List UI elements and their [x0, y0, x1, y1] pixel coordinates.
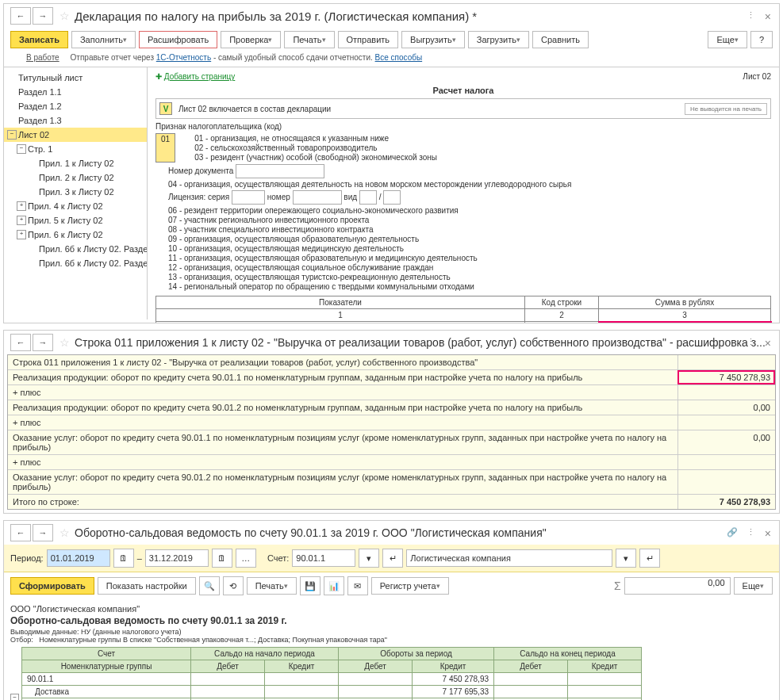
- register-button[interactable]: Регистр учета: [371, 577, 449, 595]
- upload-button[interactable]: Выгрузить: [401, 31, 465, 48]
- calendar-icon[interactable]: 🗓: [212, 549, 232, 568]
- breakdown-value-1[interactable]: 7 450 278,93: [677, 370, 775, 384]
- more-icon[interactable]: ⋮: [747, 527, 755, 537]
- tree-item[interactable]: Раздел 1.2: [4, 99, 147, 113]
- close-icon[interactable]: ×: [765, 10, 771, 23]
- period-picker-button[interactable]: …: [236, 549, 256, 568]
- account-open-button[interactable]: ↵: [382, 549, 403, 568]
- more-icon[interactable]: ⋮: [747, 337, 755, 347]
- osv-table[interactable]: Счет Сальдо на начало периода Обороты за…: [21, 647, 642, 700]
- collapse-icon[interactable]: −: [17, 144, 26, 154]
- link-icon[interactable]: 🔗: [727, 527, 738, 537]
- tree-item[interactable]: Раздел 1.3: [4, 113, 147, 128]
- more-button[interactable]: Еще: [734, 577, 773, 595]
- code-field[interactable]: 01: [155, 133, 175, 163]
- tree-item[interactable]: +Прил. 6 к Листу 02: [4, 228, 147, 242]
- lic-number-field[interactable]: [293, 190, 342, 205]
- favorite-icon[interactable]: ☆: [59, 336, 70, 349]
- chart-icon[interactable]: 📊: [324, 576, 344, 595]
- include-checkbox[interactable]: V: [159, 102, 172, 115]
- sheet-label: Лист 02: [743, 72, 771, 81]
- forward-button[interactable]: →: [33, 7, 53, 25]
- back-button[interactable]: ←: [10, 524, 31, 541]
- date-from-field[interactable]: 01.01.2019: [47, 549, 110, 567]
- generate-button[interactable]: Сформировать: [10, 577, 94, 595]
- compare-button[interactable]: Сравнить: [532, 31, 589, 48]
- print-button[interactable]: Печать: [247, 577, 297, 595]
- close-icon[interactable]: ×: [765, 337, 771, 350]
- org-field[interactable]: Логистическая компания: [406, 549, 612, 567]
- restore-icon[interactable]: ⟲: [223, 576, 244, 595]
- favorite-icon[interactable]: ☆: [59, 526, 70, 539]
- calendar-icon[interactable]: 🗓: [113, 549, 134, 568]
- tree-item[interactable]: Прил. 1 к Листу 02: [4, 156, 147, 170]
- table-row[interactable]: Доставка7 177 695,33: [22, 686, 642, 698]
- lic-series-field[interactable]: [232, 190, 265, 205]
- date-to-field[interactable]: 31.12.2019: [145, 549, 209, 567]
- sigma-icon[interactable]: Σ: [614, 580, 621, 592]
- lic-type2-field[interactable]: [383, 190, 401, 205]
- include-label: Лист 02 включается в состав декларации: [178, 105, 331, 113]
- breakdown-title: Строка 011 приложения 1 к листу 02 - "Вы…: [75, 336, 766, 349]
- forward-button[interactable]: →: [33, 334, 53, 351]
- account-field[interactable]: 90.01.1: [292, 549, 355, 567]
- download-button[interactable]: Загрузить: [468, 31, 529, 48]
- send-button[interactable]: Отправить: [338, 31, 399, 48]
- expand-icon[interactable]: +: [17, 230, 26, 239]
- check-button[interactable]: Проверка: [221, 31, 281, 48]
- sections-tree[interactable]: Титульный лист Раздел 1.1 Раздел 1.2 Раз…: [4, 67, 148, 319]
- report-area: ООО "Логистическая компания" Оборотно-са…: [4, 599, 779, 700]
- add-page-link[interactable]: Добавить страницу: [164, 72, 236, 81]
- favorite-icon[interactable]: ☆: [59, 10, 70, 22]
- tree-item[interactable]: Прил. 6б к Листу 02. Раздел Б: [4, 256, 147, 270]
- show-settings-button[interactable]: Показать настройки: [98, 577, 196, 595]
- table-row[interactable]: 90.01.17 450 278,93: [22, 673, 642, 686]
- org-select-button[interactable]: ▾: [616, 549, 636, 568]
- noprint-button[interactable]: Не выводится на печать: [685, 103, 767, 115]
- more-button[interactable]: Еще: [708, 31, 747, 48]
- declaration-panel: ← → ☆ Декларация по налогу на прибыль за…: [3, 3, 780, 323]
- report-title: Оборотно-сальдовая ведомость по счету 90…: [10, 615, 773, 626]
- tree-item[interactable]: +Прил. 4 к Листу 02: [4, 199, 147, 213]
- expand-icon[interactable]: +: [17, 216, 26, 225]
- tree-item[interactable]: Раздел 1.1: [4, 85, 147, 99]
- lic-type-field[interactable]: [359, 190, 377, 205]
- sum-field: 0,00: [624, 577, 731, 595]
- doc-heading: Расчет налога: [155, 86, 771, 95]
- indicators-table: ПоказателиКод строкиСумма в рублях 123 Д…: [155, 296, 771, 323]
- search-icon[interactable]: 🔍: [199, 576, 220, 595]
- tree-item[interactable]: Прил. 2 к Листу 02: [4, 170, 147, 185]
- tree-item[interactable]: Прил. 3 к Листу 02: [4, 185, 147, 199]
- back-button[interactable]: ←: [10, 7, 31, 25]
- docnum-field[interactable]: [236, 164, 324, 178]
- osv-title: Оборотно-сальдовая ведомость по счету 90…: [75, 526, 547, 539]
- reporting-link[interactable]: 1С-Отчетность: [156, 53, 211, 62]
- collapse-icon[interactable]: −: [7, 130, 17, 140]
- tree-item[interactable]: −Стр. 1: [4, 142, 147, 156]
- page-title: Декларация по налогу на прибыль за 2019 …: [75, 10, 477, 23]
- save-button[interactable]: Записать: [10, 31, 68, 48]
- tree-item[interactable]: Титульный лист: [4, 71, 147, 85]
- fill-button[interactable]: Заполнить: [71, 31, 136, 48]
- forward-button[interactable]: →: [33, 524, 53, 541]
- breakdown-table: Строка 011 приложения 1 к листу 02 - "Вы…: [7, 354, 776, 510]
- more-icon[interactable]: ⋮: [747, 10, 755, 21]
- all-methods-link[interactable]: Все способы: [375, 53, 423, 62]
- row010-value[interactable]: 7 450 279: [599, 322, 771, 323]
- mail-icon[interactable]: ✉: [347, 576, 368, 595]
- osv-panel: ← → ☆ Оборотно-сальдовая ведомость по сч…: [3, 520, 780, 700]
- account-select-button[interactable]: ▾: [359, 549, 379, 568]
- tree-item-selected[interactable]: −Лист 02: [4, 128, 147, 142]
- decode-button[interactable]: Расшифровать: [139, 31, 217, 48]
- tree-item[interactable]: +Прил. 5 к Листу 02: [4, 213, 147, 228]
- org-open-button[interactable]: ↵: [639, 549, 660, 568]
- tree-item[interactable]: Прил. 6б к Листу 02. Раздел А: [4, 242, 147, 256]
- close-icon[interactable]: ×: [765, 527, 771, 540]
- expand-icon[interactable]: +: [17, 201, 26, 211]
- collapse-icon[interactable]: −: [10, 694, 19, 700]
- back-button[interactable]: ←: [10, 334, 31, 351]
- status-label[interactable]: В работе: [26, 53, 59, 62]
- save-icon[interactable]: 💾: [300, 576, 320, 595]
- help-button[interactable]: ?: [750, 31, 773, 48]
- print-button[interactable]: Печать: [284, 31, 334, 48]
